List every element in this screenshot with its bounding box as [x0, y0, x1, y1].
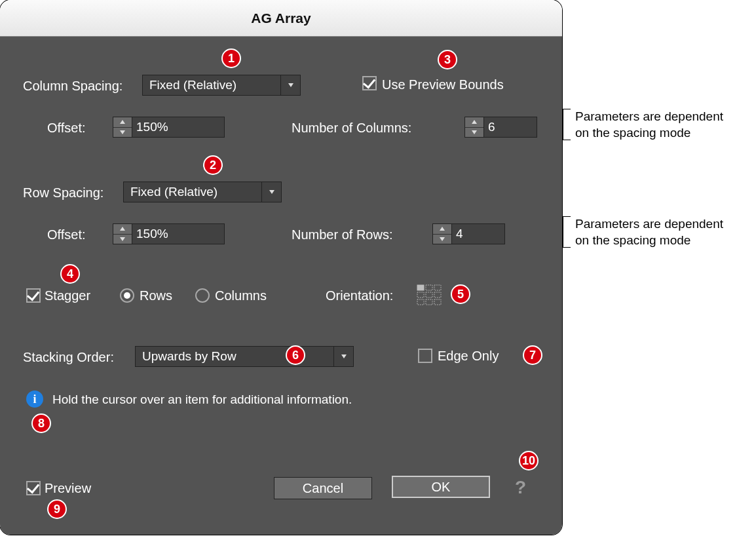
spinner-up-icon[interactable] — [433, 224, 451, 235]
dropdown-arrow-icon — [333, 347, 353, 366]
num-rows-label: Number of Rows: — [292, 227, 393, 242]
ok-button[interactable]: OK — [392, 476, 490, 498]
annotation-marker-7: 7 — [523, 345, 542, 365]
stagger-label: Stagger — [45, 288, 90, 303]
svg-marker-6 — [120, 227, 125, 231]
annotation-note-1: Parameters are dependent on the spacing … — [575, 109, 723, 141]
svg-rect-10 — [417, 285, 424, 290]
num-columns-input[interactable]: 6 — [483, 117, 537, 138]
column-spacing-label: Column Spacing: — [23, 79, 123, 94]
col-offset-spinner[interactable] — [113, 117, 132, 138]
row-spacing-label: Row Spacing: — [23, 185, 104, 201]
annotation-marker-6: 6 — [286, 345, 305, 365]
orientation-icon[interactable] — [417, 284, 443, 307]
row-spacing-value: Fixed (Relative) — [124, 185, 261, 199]
help-icon[interactable]: ? — [515, 477, 526, 498]
svg-marker-5 — [269, 190, 274, 194]
annotation-marker-8: 8 — [31, 413, 51, 433]
spinner-up-icon[interactable] — [465, 117, 483, 128]
svg-marker-0 — [288, 83, 293, 87]
column-spacing-value: Fixed (Relative) — [143, 78, 280, 92]
stagger-columns-label: Columns — [215, 288, 267, 303]
annotation-marker-1: 1 — [221, 48, 241, 68]
cancel-button[interactable]: Cancel — [274, 477, 372, 499]
annotation-note-2: Parameters are dependent on the spacing … — [575, 216, 723, 248]
annotation-marker-2: 2 — [203, 155, 223, 175]
dropdown-arrow-icon — [261, 182, 281, 202]
num-columns-label: Number of Columns: — [292, 121, 411, 136]
spinner-down-icon[interactable] — [433, 235, 451, 244]
svg-marker-9 — [440, 237, 445, 241]
svg-rect-15 — [434, 292, 441, 297]
info-text: Hold the cursor over an item for additio… — [52, 392, 352, 407]
annotation-marker-10: 10 — [519, 451, 539, 470]
title-bar: AG Array — [0, 0, 562, 37]
stagger-rows-label: Rows — [140, 288, 172, 303]
annotation-bracket-2 — [563, 216, 571, 248]
svg-rect-11 — [426, 285, 432, 290]
column-spacing-select[interactable]: Fixed (Relative) — [142, 75, 301, 96]
annotation-marker-9: 9 — [47, 499, 67, 519]
svg-marker-7 — [120, 237, 125, 241]
stagger-rows-radio[interactable] — [120, 288, 134, 303]
svg-rect-13 — [417, 292, 424, 297]
edge-only-label: Edge Only — [438, 349, 499, 364]
stacking-order-label: Stacking Order: — [23, 350, 114, 365]
svg-marker-2 — [120, 130, 125, 134]
stagger-checkbox[interactable] — [26, 288, 41, 303]
annotation-marker-4: 4 — [60, 264, 80, 284]
row-offset-label: Offset: — [47, 227, 86, 242]
spinner-down-icon[interactable] — [113, 128, 132, 138]
svg-rect-16 — [417, 299, 424, 305]
annotation-marker-5: 5 — [451, 284, 470, 304]
annotation-bracket-1 — [563, 109, 571, 140]
stagger-columns-radio[interactable] — [195, 288, 210, 303]
stacking-order-select[interactable]: Upwards by Row — [135, 346, 354, 367]
svg-marker-4 — [472, 130, 477, 134]
spinner-down-icon[interactable] — [113, 235, 132, 244]
svg-rect-12 — [434, 285, 441, 290]
dropdown-arrow-icon — [280, 75, 300, 95]
svg-marker-8 — [440, 227, 445, 231]
edge-only-checkbox[interactable] — [418, 349, 432, 363]
svg-marker-19 — [341, 354, 347, 358]
dialog-window: AG Array Column Spacing: Fixed (Relative… — [0, 0, 562, 535]
svg-rect-17 — [426, 299, 432, 305]
col-offset-input[interactable]: 150% — [132, 117, 225, 138]
num-rows-spinner[interactable] — [432, 223, 452, 244]
spinner-down-icon[interactable] — [465, 128, 483, 138]
preview-checkbox[interactable] — [26, 481, 41, 495]
preview-label: Preview — [45, 481, 91, 496]
svg-rect-14 — [426, 292, 432, 297]
orientation-label: Orientation: — [326, 288, 393, 303]
num-columns-spinner[interactable] — [464, 117, 484, 138]
svg-rect-18 — [434, 299, 441, 305]
svg-marker-1 — [120, 120, 125, 124]
annotation-marker-3: 3 — [438, 50, 457, 69]
col-offset-label: Offset: — [47, 121, 86, 136]
row-offset-spinner[interactable] — [113, 223, 132, 244]
use-preview-bounds-label: Use Preview Bounds — [382, 77, 504, 92]
row-spacing-select[interactable]: Fixed (Relative) — [123, 182, 282, 202]
info-icon: i — [26, 391, 43, 408]
num-rows-input[interactable]: 4 — [451, 223, 505, 244]
dialog-title: AG Array — [251, 10, 311, 26]
dialog-body: Column Spacing: Fixed (Relative) Use Pre… — [0, 37, 562, 535]
svg-marker-3 — [472, 120, 477, 124]
spinner-up-icon[interactable] — [113, 117, 132, 128]
row-offset-input[interactable]: 150% — [132, 223, 225, 244]
spinner-up-icon[interactable] — [113, 224, 132, 235]
use-preview-bounds-checkbox[interactable] — [362, 76, 377, 90]
